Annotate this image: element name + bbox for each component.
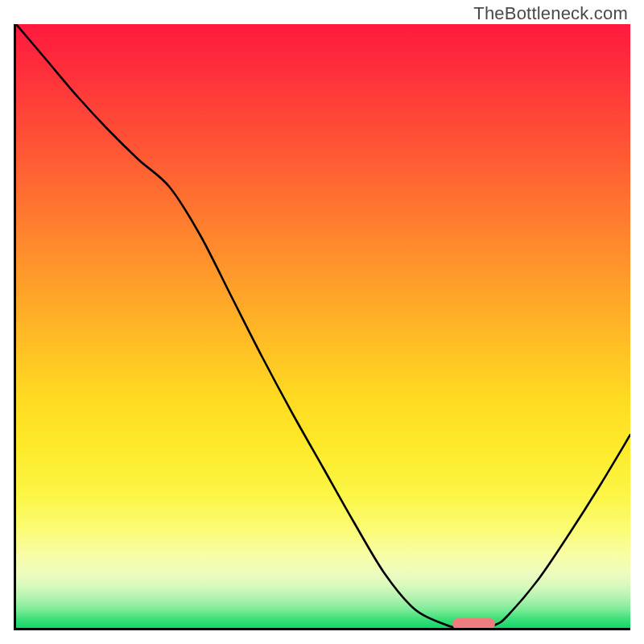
chart-container: TheBottleneck.com	[0, 0, 644, 644]
curve-path	[16, 24, 630, 628]
bottleneck-curve	[16, 24, 630, 628]
plot-area	[14, 24, 630, 630]
watermark-text: TheBottleneck.com	[473, 3, 628, 24]
optimal-range-marker	[452, 618, 495, 630]
